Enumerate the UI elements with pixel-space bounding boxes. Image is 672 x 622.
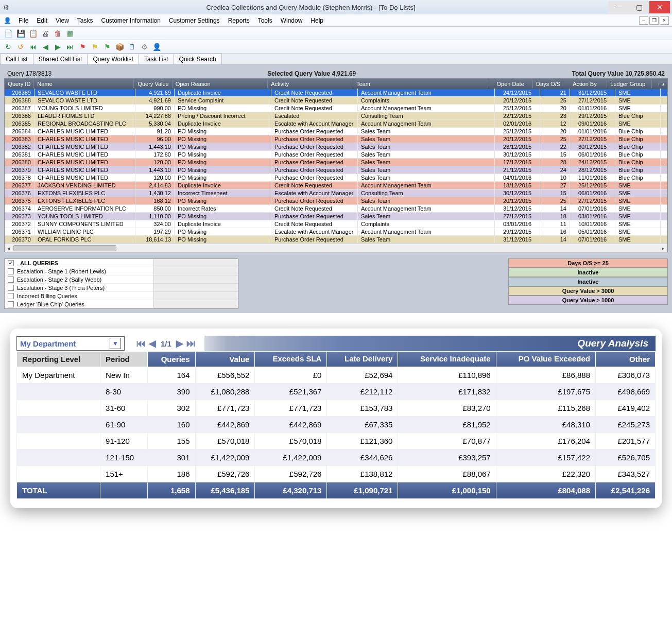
checkbox-icon[interactable] xyxy=(8,277,14,283)
menu-tasks[interactable]: Tasks xyxy=(73,17,97,24)
pager-first-icon[interactable]: ⏮ xyxy=(136,338,146,349)
rcol-late-delivery[interactable]: Late Delivery xyxy=(327,352,398,367)
col-name[interactable]: Name xyxy=(34,80,133,88)
next-record-icon[interactable]: ▶ xyxy=(53,42,63,52)
table-row[interactable]: 206385REGIONAL BROADCASTING PLC5,330.04D… xyxy=(5,120,667,128)
print-icon[interactable]: 🖨 xyxy=(40,28,50,39)
table-row[interactable]: 206384CHARLES MUSIC LIMITED91.20PO Missi… xyxy=(5,128,667,135)
pager-next-icon[interactable]: ▶ xyxy=(176,338,183,349)
tab-quick-search[interactable]: Quick Search xyxy=(174,54,222,64)
menu-customer-information[interactable]: Customer Information xyxy=(97,17,165,24)
report-level-dropdown[interactable]: My Department ▼ xyxy=(16,336,125,351)
scrollbar-thumb[interactable] xyxy=(13,245,116,251)
col-team[interactable]: Team xyxy=(353,80,488,88)
pager-prev-icon[interactable]: ◀ xyxy=(149,338,156,349)
rcol-reporting-level[interactable]: Reporting Level xyxy=(17,352,100,367)
mdi-close-button[interactable]: × xyxy=(660,16,669,25)
filter-item[interactable]: Incorrect Billing Queries xyxy=(5,292,154,300)
table-row[interactable]: 206381CHARLES MUSIC LIMITED172.80PO Miss… xyxy=(5,151,667,159)
new-record-icon[interactable]: 📄 xyxy=(3,28,13,39)
table-row[interactable]: 206387YOUNG TOOLS LIMITED990.00PO Missin… xyxy=(5,105,667,112)
rcol-other[interactable]: Other xyxy=(596,352,656,367)
menu-tools[interactable]: Tools xyxy=(254,17,277,24)
table-row[interactable]: 206373YOUNG TOOLS LIMITED1,110.00PO Miss… xyxy=(5,213,667,220)
rcol-service-inadequate[interactable]: Service Inadequate xyxy=(398,352,496,367)
export-excel-icon[interactable]: ▦ xyxy=(65,28,75,39)
maximize-button[interactable]: ▢ xyxy=(629,1,649,13)
rcol-queries[interactable]: Queries xyxy=(147,352,195,367)
filter-item[interactable]: Escalation - Stage 1 (Robert Lewis) xyxy=(5,267,154,275)
tab-shared-call-list[interactable]: Shared Call List xyxy=(33,54,88,64)
menu-help[interactable]: Help xyxy=(306,17,328,24)
query-grid[interactable]: Query ID Name Query Value Open Reason Ac… xyxy=(4,78,668,252)
rcol-po-value-exceeded[interactable]: PO Value Exceeded xyxy=(496,352,595,367)
menu-customer-settings[interactable]: Customer Settings xyxy=(165,17,224,24)
col-activity[interactable]: Activity xyxy=(268,80,353,88)
col-open-reason[interactable]: Open Reason xyxy=(173,80,268,88)
flag-red-icon[interactable]: ⚑ xyxy=(77,42,88,52)
scroll-right-icon[interactable]: ▸ xyxy=(659,244,667,252)
refresh-icon[interactable]: ↻ xyxy=(3,42,13,52)
filter-item[interactable]: Ledger 'Blue Chip' Queries xyxy=(5,300,154,308)
tab-task-list[interactable]: Task List xyxy=(139,54,174,64)
col-days-os[interactable]: Days O/S xyxy=(533,80,562,88)
table-row[interactable]: 206379CHARLES MUSIC LIMITED1,443.10PO Mi… xyxy=(5,166,667,174)
save-icon[interactable]: 💾 xyxy=(15,28,26,39)
tab-call-list[interactable]: Call List xyxy=(0,54,33,64)
table-row[interactable]: 206380CHARLES MUSIC LIMITED120.00PO Miss… xyxy=(5,159,667,166)
trash-icon[interactable]: 🗑 xyxy=(53,28,63,39)
table-row[interactable]: 206377JACKSON VENDING LIMITED2,414.83Dup… xyxy=(5,182,667,189)
flag-green-icon[interactable]: ⚑ xyxy=(102,42,112,52)
rcol-exceeds-sla[interactable]: Exceeds SLA xyxy=(255,352,327,367)
table-row[interactable]: 206383CHARLES MUSIC LIMITED96.00PO Missi… xyxy=(5,135,667,143)
user-assign-icon[interactable]: 👤 xyxy=(151,42,162,52)
table-row[interactable]: 206372SUNNY COMPONENTS LIMITED324.00Dupl… xyxy=(5,220,667,228)
table-row[interactable]: 206375EXTONS FLEXIBLES PLC168.12PO Missi… xyxy=(5,197,667,205)
pager-last-icon[interactable]: ⏭ xyxy=(186,338,196,349)
checkbox-icon[interactable]: ✓ xyxy=(8,260,14,266)
filter-item[interactable]: Escalation - Stage 2 (Sally Webb) xyxy=(5,275,154,284)
last-record-icon[interactable]: ⏭ xyxy=(65,42,75,52)
gear-icon[interactable]: ⚙ xyxy=(139,42,149,52)
close-button[interactable]: × xyxy=(649,1,670,13)
col-action-by[interactable]: Action By xyxy=(562,80,607,88)
tab-query-worklist[interactable]: Query Worklist xyxy=(87,54,139,64)
mdi-minimize-button[interactable]: – xyxy=(639,16,648,25)
col-open-date[interactable]: Open Date xyxy=(488,80,533,88)
chevron-down-icon[interactable]: ▼ xyxy=(110,338,121,349)
minimize-button[interactable]: — xyxy=(608,1,629,13)
prev-record-icon[interactable]: ◀ xyxy=(40,42,50,52)
table-row[interactable]: 206374AEROSERVE INFORMATION PLC850.00Inc… xyxy=(5,205,667,213)
table-row[interactable]: 206371WILLIAM CLINIC PLC197.29PO Missing… xyxy=(5,228,667,236)
menu-reports[interactable]: Reports xyxy=(224,17,254,24)
menu-edit[interactable]: Edit xyxy=(32,17,51,24)
first-record-icon[interactable]: ⏮ xyxy=(28,42,38,52)
table-row[interactable]: 206370OPAL FORKIDS PLC18,614.13PO Missin… xyxy=(5,236,667,244)
table-row[interactable]: 206382CHARLES MUSIC LIMITED1,443.10PO Mi… xyxy=(5,143,667,151)
menu-file[interactable]: File xyxy=(14,17,32,24)
col-ledger-group[interactable]: Ledger Group xyxy=(607,80,652,88)
copy-icon[interactable]: 📋 xyxy=(28,28,38,39)
box-icon[interactable]: 📦 xyxy=(114,42,125,52)
scroll-up-icon[interactable]: ▴ xyxy=(659,81,667,87)
checkbox-icon[interactable] xyxy=(8,268,14,274)
checkbox-icon[interactable] xyxy=(8,301,14,307)
filter-item[interactable]: ✓_ALL QUERIES xyxy=(5,259,154,267)
mdi-restore-button[interactable]: ❐ xyxy=(649,16,659,25)
table-row[interactable]: 206386LEADER HOMES LTD14,227.88Pricing /… xyxy=(5,112,667,120)
table-row[interactable]: 206389SEVALCO WASTE LTD4,921.69Duplicate… xyxy=(5,89,667,97)
menu-view[interactable]: View xyxy=(51,17,73,24)
menu-window[interactable]: Window xyxy=(277,17,307,24)
col-query-id[interactable]: Query ID xyxy=(5,80,34,88)
checkbox-icon[interactable] xyxy=(8,285,14,291)
table-row[interactable]: 206378CHARLES MUSIC LIMITED120.00PO Miss… xyxy=(5,174,667,182)
note-icon[interactable]: 🗒 xyxy=(127,42,137,52)
scroll-left-icon[interactable]: ◂ xyxy=(5,244,13,252)
checkbox-icon[interactable] xyxy=(8,293,14,299)
table-row[interactable]: 206376EXTONS FLEXIBLES PLC1,430.12Incorr… xyxy=(5,189,667,197)
flag-yellow-icon[interactable]: ⚑ xyxy=(90,42,100,52)
table-row[interactable]: 206388SEVALCO WASTE LTD4,921.69Service C… xyxy=(5,97,667,105)
col-query-value[interactable]: Query Value xyxy=(134,80,173,88)
refresh-all-icon[interactable]: ↺ xyxy=(15,42,26,52)
horizontal-scrollbar[interactable]: ◂ ▸ xyxy=(5,244,667,252)
